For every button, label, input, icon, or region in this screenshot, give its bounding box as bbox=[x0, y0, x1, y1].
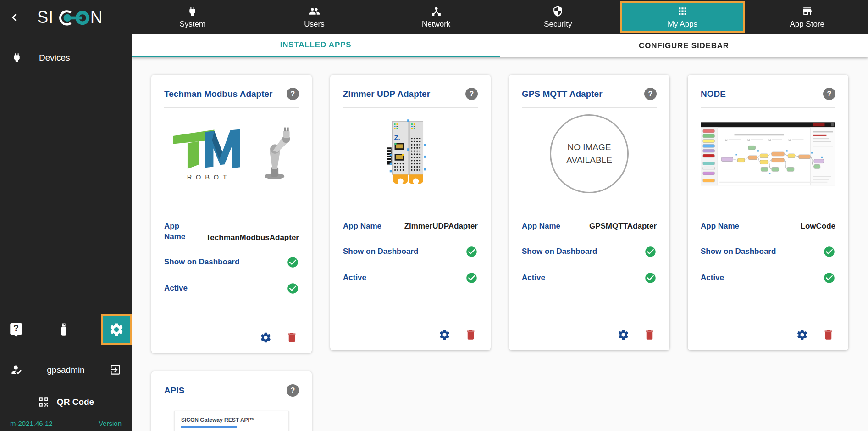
field-label: Show on Dashboard bbox=[522, 246, 597, 257]
divider bbox=[164, 404, 299, 404]
app-settings-button[interactable] bbox=[617, 329, 630, 341]
sidebar-header: SI N bbox=[0, 0, 132, 34]
tab-bar: INSTALLED APPS CONFIGURE SIDEBAR bbox=[132, 34, 868, 57]
nav-label: System bbox=[179, 20, 205, 29]
cards-row: Techman Modbus Adapter ? ROBOT bbox=[151, 75, 868, 353]
user-check-icon bbox=[10, 364, 22, 376]
app-delete-button[interactable] bbox=[643, 329, 656, 341]
logo-text-left: SI bbox=[37, 8, 54, 27]
card-help-icon[interactable]: ? bbox=[287, 384, 299, 397]
version-row: m-2021.46.12 Version bbox=[0, 420, 132, 427]
app-image-node bbox=[701, 108, 835, 200]
shield-icon bbox=[552, 6, 564, 17]
card-title: Techman Modbus Adapter bbox=[164, 89, 272, 99]
check-circle-icon bbox=[644, 246, 657, 258]
help-button[interactable]: ? bbox=[6, 319, 27, 340]
logout-icon bbox=[109, 364, 122, 376]
nav-item-app-store[interactable]: App Store bbox=[746, 0, 868, 34]
app-delete-button[interactable] bbox=[286, 331, 298, 344]
field-label: App Name bbox=[164, 221, 194, 242]
app-name-value: TechmanModbusAdapter bbox=[206, 233, 299, 242]
api-doc-title: SICON Gateway REST API™ bbox=[181, 417, 282, 423]
storefront-icon bbox=[802, 6, 813, 17]
zimmer-logo-text: Z. bbox=[394, 134, 400, 142]
robot-arm-image bbox=[257, 126, 294, 182]
card-help-icon[interactable]: ? bbox=[644, 88, 657, 100]
gear-icon bbox=[109, 322, 124, 337]
nav-item-system[interactable]: System bbox=[132, 0, 254, 34]
field-label: App Name bbox=[343, 221, 381, 232]
nav-label: Security bbox=[544, 20, 572, 29]
field-label: App Name bbox=[522, 221, 560, 232]
nav-item-security[interactable]: Security bbox=[497, 0, 619, 34]
app-settings-button[interactable] bbox=[260, 331, 272, 344]
trash-icon bbox=[643, 329, 656, 341]
field-active: Active bbox=[522, 272, 657, 284]
check-circle-icon bbox=[823, 246, 835, 258]
card-help-icon[interactable]: ? bbox=[823, 88, 835, 100]
nav-item-my-apps[interactable]: My Apps bbox=[620, 1, 746, 33]
card-title: NODE bbox=[701, 89, 726, 99]
field-label: Show on Dashboard bbox=[343, 246, 418, 257]
app-settings-button[interactable] bbox=[438, 329, 451, 341]
main-content: Techman Modbus Adapter ? ROBOT bbox=[132, 57, 868, 431]
cards-row: APIS ? SICON Gateway REST API™ bbox=[151, 353, 868, 431]
field-label: Active bbox=[343, 273, 366, 283]
tab-installed-apps[interactable]: INSTALLED APPS bbox=[132, 34, 500, 57]
back-button[interactable] bbox=[4, 7, 25, 28]
sidebar-item-devices[interactable]: Devices bbox=[0, 45, 132, 70]
top-nav: System Users Network Security My Apps Ap… bbox=[132, 0, 868, 34]
tab-configure-sidebar[interactable]: CONFIGURE SIDEBAR bbox=[500, 34, 868, 57]
card-help-icon[interactable]: ? bbox=[287, 88, 299, 100]
gear-icon bbox=[617, 329, 630, 341]
nav-item-users[interactable]: Users bbox=[254, 0, 376, 34]
help-glyph: ? bbox=[827, 90, 832, 98]
network-hub-icon bbox=[431, 6, 442, 17]
card-help-icon[interactable]: ? bbox=[465, 88, 478, 100]
app-card-zimmer: Zimmer UDP Adapter ? bbox=[330, 75, 491, 350]
app-card-techman: Techman Modbus Adapter ? ROBOT bbox=[151, 75, 312, 353]
check-circle-icon bbox=[287, 282, 299, 295]
plug-icon bbox=[11, 52, 22, 63]
card-title: Zimmer UDP Adapter bbox=[343, 89, 430, 99]
nav-item-network[interactable]: Network bbox=[375, 0, 497, 34]
gear-icon bbox=[796, 329, 808, 341]
plug-icon bbox=[187, 6, 198, 17]
field-app-name: App Name TechmanModbusAdapter bbox=[164, 221, 299, 242]
check-circle-icon bbox=[465, 272, 478, 284]
logo-text-right: N bbox=[90, 8, 102, 27]
nav-label: App Store bbox=[790, 20, 824, 29]
check-circle-icon bbox=[644, 272, 657, 284]
chevron-left-icon bbox=[7, 10, 22, 25]
users-icon bbox=[309, 6, 320, 17]
app-image-gps: NO IMAGE AVAILABLE bbox=[522, 108, 657, 200]
qr-code-button[interactable]: QR Code bbox=[0, 396, 132, 408]
version-label: Version bbox=[99, 420, 122, 427]
field-show-on-dashboard: Show on Dashboard bbox=[522, 246, 657, 258]
version-value: m-2021.46.12 bbox=[10, 420, 53, 427]
app-card-node: NODE ? bbox=[688, 75, 848, 350]
app-image-techman: ROBOT bbox=[164, 108, 299, 200]
app-card-gps-mqtt: GPS MQTT Adapter ? NO IMAGE AVAILABLE Ap… bbox=[509, 75, 669, 350]
sidebar: SI N Devices ? gpsadmin bbox=[0, 0, 132, 431]
user-row: gpsadmin bbox=[0, 364, 132, 376]
qr-code-icon bbox=[38, 396, 50, 408]
app-image-apis: SICON Gateway REST API™ bbox=[174, 411, 289, 431]
field-show-on-dashboard: Show on Dashboard bbox=[343, 246, 478, 258]
app-delete-button[interactable] bbox=[464, 329, 477, 341]
api-doc-line bbox=[181, 426, 237, 428]
card-title: APIS bbox=[164, 386, 184, 396]
usb-device-button[interactable] bbox=[53, 319, 74, 340]
card-title: GPS MQTT Adapter bbox=[522, 89, 603, 99]
check-circle-icon bbox=[287, 256, 299, 269]
logout-button[interactable] bbox=[109, 364, 122, 376]
app-settings-button[interactable] bbox=[796, 329, 808, 341]
nav-label: Users bbox=[304, 20, 324, 29]
app-delete-button[interactable] bbox=[822, 329, 835, 341]
sidebar-utility-row: ? bbox=[0, 314, 132, 345]
nav-label: My Apps bbox=[668, 20, 697, 29]
app-image-zimmer: Z. bbox=[343, 108, 478, 200]
usb-icon bbox=[56, 321, 72, 338]
help-glyph: ? bbox=[291, 90, 295, 98]
settings-button[interactable] bbox=[101, 314, 132, 345]
